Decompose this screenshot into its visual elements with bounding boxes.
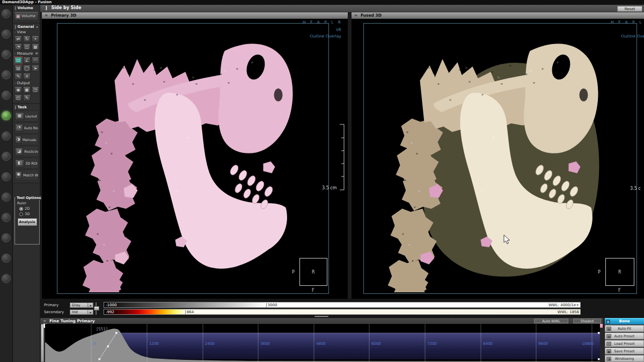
secondary-min-value: -992: [106, 310, 114, 314]
auto-preset-button[interactable]: ▤ Auto Preset: [605, 333, 644, 339]
primary-colormap-select[interactable]: Gray ▾: [70, 302, 93, 308]
primary-wwl-readout: WWL: 4000/1e+: [548, 303, 579, 307]
general-header: ‖General▸: [13, 24, 40, 29]
secondary-window-bar[interactable]: -992 864 WWL: 1856: [104, 309, 581, 315]
windowing-button[interactable]: ◑ Windowing: [605, 355, 644, 362]
secondary-marker-value[interactable]: 864: [185, 310, 194, 314]
task-item-layout[interactable]: ▦ Layout: [14, 110, 39, 122]
radio-dot-icon: [19, 212, 23, 216]
shaded-button[interactable]: Shaded: [573, 319, 601, 323]
annotate-button[interactable]: ✎: [23, 94, 31, 101]
tool-circle-icon[interactable]: [2, 29, 11, 39]
save-output-button[interactable]: ◰: [14, 94, 22, 101]
tool-circle-icon[interactable]: [2, 91, 11, 100]
wrench-icon[interactable]: ⚒: [35, 51, 38, 55]
fused-3d-viewport[interactable]: ≡ Fused 3D H F A P L R VR Outline Overla…: [352, 12, 644, 299]
tool-circle-icon[interactable]: [2, 254, 11, 263]
spin-tool-button[interactable]: ◔: [14, 43, 22, 50]
save-preset-button[interactable]: ▣ Save Preset: [605, 348, 644, 354]
fine-tuning-header[interactable]: ≡ Fine Tuning Primary: [40, 318, 603, 324]
blend-slider-knob[interactable]: [94, 306, 99, 311]
tool-circle-icon[interactable]: [2, 213, 11, 222]
panel-menu-icon[interactable]: ≡: [43, 319, 46, 323]
primary-marker-value[interactable]: 3000: [266, 303, 277, 307]
panel-menu-icon[interactable]: ≡: [45, 13, 48, 18]
export-button[interactable]: ◳: [32, 86, 39, 93]
output-subheader: -Output: [13, 80, 40, 86]
tool-circle-icon[interactable]: [2, 233, 11, 242]
task-item-3d-roi[interactable]: ◧ 3D ROI: [14, 158, 39, 169]
rotate-tool-button[interactable]: ↻: [23, 35, 31, 42]
submenu-arrow-icon: ▸: [35, 138, 36, 142]
histogram-plot[interactable]: [551] 0 1200 2400 3600 4800 6000 7200 84…: [45, 324, 600, 362]
collapse-icon[interactable]: ▸: [36, 25, 38, 28]
roi-icon: ◧: [15, 159, 24, 167]
panel-resize-handle[interactable]: [314, 316, 328, 317]
auto-wwl-button[interactable]: Auto WWL: [534, 319, 568, 323]
primary-3d-viewport[interactable]: ≡ Primary 3D H F A P L R VR Outline Over…: [42, 12, 348, 299]
primary-3d-header[interactable]: ≡ Primary 3D: [42, 12, 348, 19]
angle-tool-button[interactable]: ∠: [23, 57, 31, 64]
tool-circle-icon[interactable]: [2, 193, 11, 202]
measure-subheader: -Measure⚒: [13, 51, 40, 56]
task-item-match-wwl[interactable]: ✱ Match WWL: [14, 169, 39, 181]
primary-volume-render[interactable]: [62, 29, 333, 292]
tool-circle-icon[interactable]: [2, 152, 11, 161]
windowing-controls: Primary Gray ▾ Secondary Hot ▾ -1000 300…: [40, 299, 644, 318]
orientation-f: F: [312, 288, 314, 293]
fused-3d-header[interactable]: ≡ Fused 3D: [352, 12, 644, 19]
tool-circle-icon[interactable]: [2, 9, 11, 18]
primary-window-bar[interactable]: -1000 3000 WWL: 4000/1e+: [104, 302, 581, 308]
zoom-tool-button[interactable]: ⌖: [32, 35, 39, 42]
analysis-button[interactable]: Analysis ▾: [18, 218, 37, 226]
load-preset-button[interactable]: ◰ Load Preset: [605, 340, 644, 347]
ruler-2d-radio[interactable]: 2D: [19, 206, 39, 211]
flip-tool-button[interactable]: ◫: [23, 43, 31, 50]
axis-tick: 7200: [427, 342, 437, 346]
blend-slider[interactable]: [96, 302, 97, 315]
tool-circle-icon[interactable]: [2, 172, 11, 181]
tool-circle-icon[interactable]: [2, 50, 11, 59]
preset-list-icon: ≡: [606, 320, 610, 324]
ruler-tool-button[interactable]: ▭: [14, 57, 22, 64]
auto-fit-icon: ▤: [606, 327, 611, 331]
tool-circle-icon[interactable]: [2, 131, 11, 141]
secondary-wwl-readout: WWL: 1856: [558, 310, 579, 314]
axis-tick: 3600: [260, 342, 270, 346]
volume-button[interactable]: ▣ Volume: [14, 11, 39, 21]
save-preset-icon: ▣: [606, 349, 611, 353]
axis-tick: 10800: [582, 342, 594, 346]
general-section: ‖General▸ -View ⇄ ↻ ⌖ ◔ ◫ ▦ -Measure⚒ ▭ …: [13, 24, 40, 104]
histogram-scrollbar[interactable]: [41, 324, 44, 362]
auto-fit-button[interactable]: ▤ Auto-Fit: [605, 325, 644, 332]
measure-tool-grid: ▭ ∠ ◠ ▤ ◯ ➤ ✎ ×: [13, 56, 40, 80]
grid-tool-button[interactable]: ▤: [14, 65, 22, 72]
secondary-colormap-select[interactable]: Hot ▾: [70, 309, 93, 315]
tool-circle-icon[interactable]: [2, 70, 11, 79]
sphere-tool-button[interactable]: ◯: [23, 65, 31, 72]
curve-tool-button[interactable]: ◠: [32, 57, 39, 64]
delete-measure-button[interactable]: ×: [23, 73, 31, 80]
pan-tool-button[interactable]: ⇄: [14, 35, 22, 42]
scale-label: 3.5 cm: [322, 186, 336, 190]
reset-button[interactable]: Reset: [617, 6, 642, 12]
snapshot-button[interactable]: ◉: [14, 86, 22, 93]
load-preset-icon: ◰: [606, 342, 611, 346]
axis-tick: 2400: [205, 342, 215, 346]
brush-tool-button[interactable]: ✎: [14, 73, 22, 80]
task-item-auto-reg[interactable]: ◔ Auto Reg.: [14, 122, 39, 134]
task-item-manual-reg[interactable]: ◑ Manual R... ▸: [14, 134, 39, 145]
task-item-reslicing[interactable]: ◪ Reslicing: [14, 146, 39, 157]
window-threshold-label: [551]: [97, 327, 107, 331]
fused-volume-render[interactable]: [368, 29, 639, 292]
pointer-tool-button[interactable]: ➤: [32, 65, 39, 72]
reset-view-button[interactable]: ▦: [32, 43, 39, 50]
ruler-3d-radio[interactable]: 3D: [19, 212, 39, 216]
tool-circle-icon-active[interactable]: [2, 111, 11, 120]
copy-button[interactable]: ▣: [23, 86, 31, 93]
panel-menu-icon[interactable]: ≡: [354, 13, 357, 18]
bone-preset-button[interactable]: ≡ Bone: [605, 318, 644, 324]
window-region: [99, 333, 600, 359]
section-handle-icon: ‖: [14, 6, 17, 10]
tool-circle-icon[interactable]: [2, 274, 11, 283]
